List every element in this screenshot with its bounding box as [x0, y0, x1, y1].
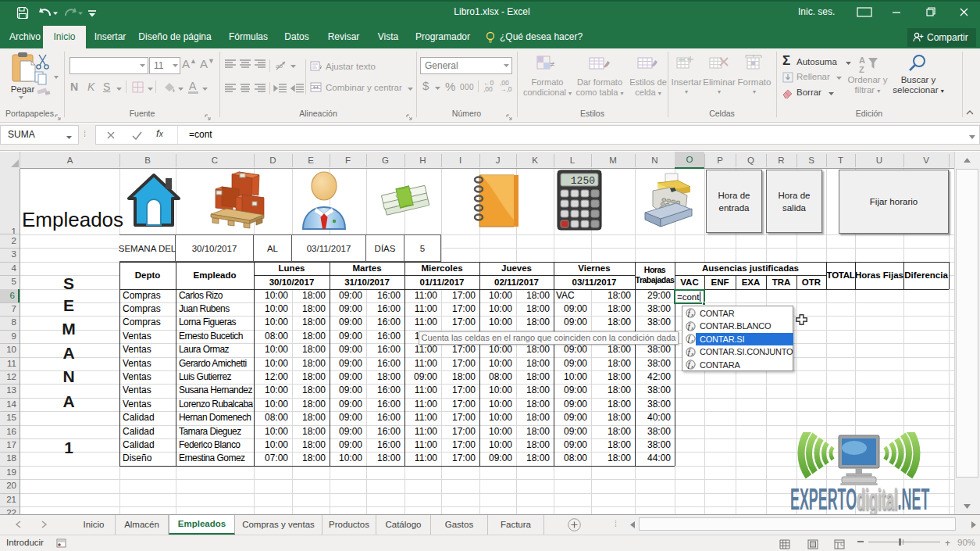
svg-text:x: x: [690, 338, 693, 343]
svg-text:x: x: [690, 351, 693, 356]
svg-text:x: x: [690, 325, 693, 331]
svg-text:≠: ≠: [550, 59, 554, 69]
svg-text:x: x: [690, 312, 693, 317]
svg-text:ab: ab: [276, 63, 283, 70]
svg-text:Z: Z: [859, 65, 864, 73]
svg-text:x: x: [690, 363, 693, 369]
svg-text:A: A: [859, 55, 865, 65]
svg-text:1250: 1250: [571, 175, 595, 187]
